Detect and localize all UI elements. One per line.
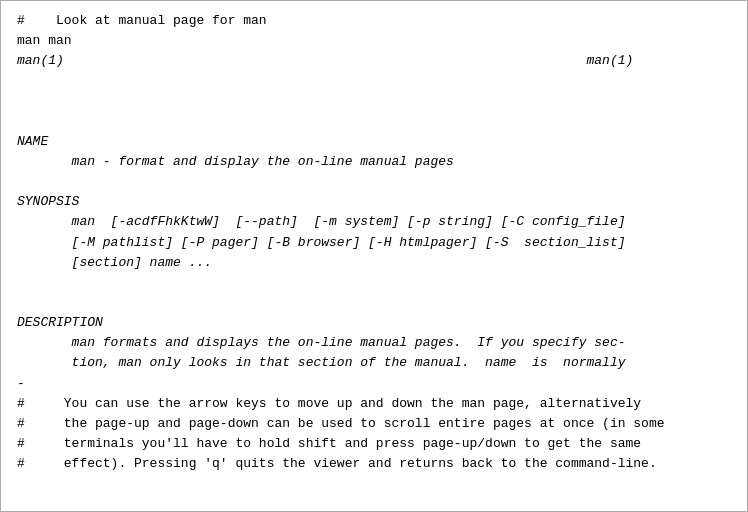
empty-line — [17, 71, 731, 91]
empty-line — [17, 112, 731, 132]
terminal-window: # Look at manual page for manman manman(… — [0, 0, 748, 512]
terminal-line: man - format and display the on-line man… — [17, 152, 731, 172]
terminal-line: # effect). Pressing 'q' quits the viewer… — [17, 454, 731, 474]
empty-line — [17, 92, 731, 112]
terminal-line: # terminals you'll have to hold shift an… — [17, 434, 731, 454]
terminal-line: man [-acdfFhkKtwW] [--path] [-m system] … — [17, 212, 731, 232]
terminal-line: [-M pathlist] [-P pager] [-B browser] [-… — [17, 233, 731, 253]
terminal-line: man man — [17, 31, 731, 51]
terminal-line: man formats and displays the on-line man… — [17, 333, 731, 353]
terminal-line: man(1) man(1) — [17, 51, 731, 71]
empty-line — [17, 172, 731, 192]
terminal-line: DESCRIPTION — [17, 313, 731, 333]
terminal-line: - — [17, 374, 731, 394]
empty-line — [17, 293, 731, 313]
terminal-line: # Look at manual page for man — [17, 11, 731, 31]
terminal-line: # the page-up and page-down can be used … — [17, 414, 731, 434]
empty-line — [17, 273, 731, 293]
terminal-line: # You can use the arrow keys to move up … — [17, 394, 731, 414]
terminal-line: SYNOPSIS — [17, 192, 731, 212]
terminal-line: tion, man only looks in that section of … — [17, 353, 731, 373]
terminal-line: NAME — [17, 132, 731, 152]
terminal-line: [section] name ... — [17, 253, 731, 273]
